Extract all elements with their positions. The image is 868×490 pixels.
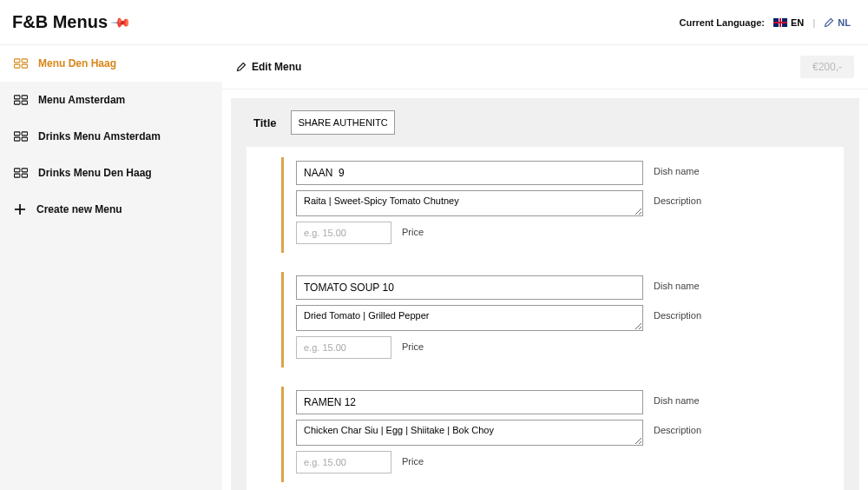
svg-rect-2: [14, 64, 19, 68]
dish-description-input[interactable]: [296, 305, 643, 331]
sidebar-item-menu-amsterdam[interactable]: Menu Amsterdam: [0, 82, 222, 118]
dish-block: Dish name Description Price: [281, 157, 844, 253]
svg-rect-9: [22, 132, 27, 136]
language-en-button[interactable]: EN: [773, 17, 804, 28]
svg-rect-5: [22, 96, 27, 99]
dish-price-label: Price: [402, 336, 424, 352]
dish-name-label: Dish name: [654, 161, 700, 176]
sidebar-item-label: Menu Den Haag: [38, 57, 116, 70]
svg-rect-8: [14, 132, 19, 136]
dishes-panel: Dish name Description Price Dish name: [247, 147, 844, 490]
menu-icon: [14, 168, 28, 178]
menu-icon: [14, 95, 28, 105]
dish-price-input[interactable]: [296, 222, 391, 244]
dish-name-label: Dish name: [654, 390, 700, 406]
plus-icon: [14, 203, 26, 215]
edit-menu-heading: Edit Menu: [236, 61, 301, 73]
current-language-label: Current Language:: [680, 17, 765, 28]
sidebar-item-drinks-amsterdam[interactable]: Drinks Menu Amsterdam: [0, 118, 222, 155]
lang-divider: |: [812, 17, 815, 28]
svg-rect-14: [14, 174, 19, 177]
language-switcher: Current Language: EN | NL: [680, 17, 851, 28]
dish-description-label: Description: [654, 305, 701, 321]
menu-form: Title Dish name Description Price: [231, 98, 859, 490]
svg-rect-13: [22, 169, 27, 172]
dish-name-input[interactable]: [296, 161, 643, 185]
language-nl-button[interactable]: NL: [824, 17, 851, 28]
svg-rect-15: [22, 174, 27, 177]
dish-name-input[interactable]: [296, 275, 643, 300]
svg-rect-12: [14, 169, 19, 172]
page-title-text: F&B Menus: [12, 12, 108, 32]
lang-nl-text: NL: [838, 17, 851, 28]
dish-name-input[interactable]: [296, 390, 643, 414]
svg-rect-6: [14, 101, 19, 104]
pencil-icon: [824, 17, 834, 28]
pin-icon: 📌: [109, 10, 132, 33]
sidebar: Menu Den Haag Menu Amsterdam Drinks Menu…: [0, 45, 222, 490]
lang-en-text: EN: [791, 17, 804, 28]
main-content: Edit Menu €200,- Title Dish name Descrip…: [222, 45, 868, 490]
sidebar-item-label: Menu Amsterdam: [38, 94, 125, 106]
pencil-icon: [236, 62, 247, 72]
svg-rect-0: [14, 59, 19, 63]
svg-rect-10: [14, 137, 19, 141]
dish-block: Dish name Description Price: [281, 387, 844, 482]
edit-menu-heading-text: Edit Menu: [252, 61, 301, 73]
svg-rect-4: [14, 96, 19, 99]
title-row: Title: [247, 110, 844, 135]
dish-price-label: Price: [402, 222, 424, 237]
dish-description-input[interactable]: [296, 190, 643, 216]
sidebar-item-label: Drinks Menu Den Haag: [38, 167, 152, 179]
create-menu-button[interactable]: Create new Menu: [0, 191, 222, 228]
header: F&B Menus 📌 Current Language: EN | NL: [0, 0, 868, 45]
dish-description-label: Description: [654, 190, 701, 206]
dish-description-label: Description: [654, 420, 701, 435]
dish-name-label: Dish name: [654, 275, 700, 291]
edit-header: Edit Menu €200,-: [222, 45, 868, 89]
layout: Menu Den Haag Menu Amsterdam Drinks Menu…: [0, 45, 868, 490]
uk-flag-icon: [773, 18, 787, 27]
create-menu-label: Create new Menu: [36, 203, 122, 215]
dish-block: Dish name Description Price: [281, 272, 844, 368]
dish-price-input[interactable]: [296, 336, 391, 359]
svg-rect-7: [22, 101, 27, 104]
svg-rect-3: [22, 64, 27, 68]
page-title: F&B Menus 📌: [12, 12, 129, 32]
sidebar-item-label: Drinks Menu Amsterdam: [38, 130, 161, 142]
sidebar-item-menu-den-haag[interactable]: Menu Den Haag: [0, 45, 222, 82]
sidebar-item-drinks-den-haag[interactable]: Drinks Menu Den Haag: [0, 155, 222, 191]
svg-rect-1: [22, 59, 27, 63]
dish-price-label: Price: [402, 451, 424, 467]
menu-price-display: €200,-: [800, 56, 854, 78]
menu-title-input[interactable]: [291, 110, 395, 135]
menu-icon: [14, 131, 28, 142]
svg-rect-11: [22, 137, 27, 141]
dish-price-input[interactable]: [296, 451, 391, 473]
menu-icon: [14, 58, 28, 69]
dish-description-input[interactable]: [296, 420, 643, 446]
title-field-label: Title: [253, 116, 277, 129]
